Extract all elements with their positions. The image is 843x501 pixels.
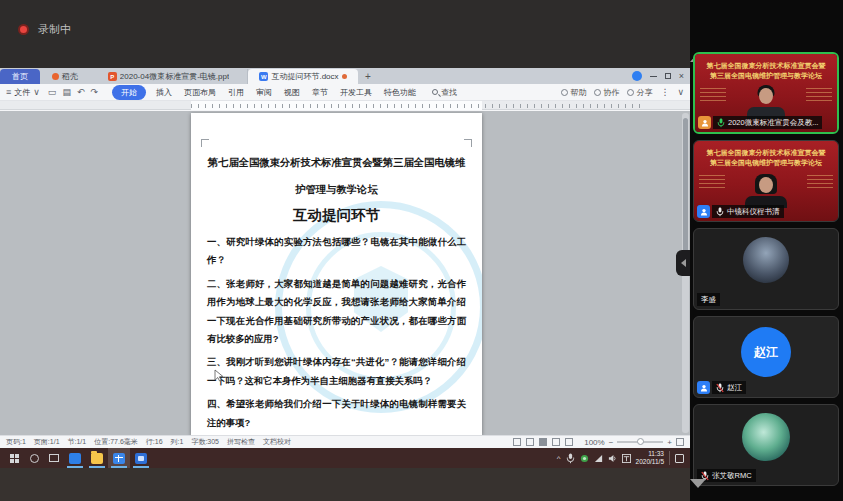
shared-screen-area: 录制中 首页 稻壳 P 2020-04微束标准宣贯-电镜.ppt W [0, 0, 690, 501]
tray-volume-icon[interactable] [608, 454, 617, 463]
save-icon[interactable]: ▭ [48, 87, 57, 97]
taskbar-app-1[interactable] [64, 448, 86, 468]
tab-ppt-document[interactable]: P 2020-04微束标准宣贯-电镜.ppt [90, 69, 248, 84]
participant-name: 赵江 [727, 383, 742, 393]
participants-sidebar: 第七届全国微束分析技术标准宣贯会暨 第三届全国电镜维护管理与教学论坛 2020微… [690, 0, 843, 501]
participant-name: 张艾敬RMC [712, 471, 752, 481]
redo-icon[interactable]: ↷ [90, 87, 98, 97]
tab-docx-label: 互动提问环节.docx [271, 71, 338, 82]
video-tile-4[interactable]: 赵江 赵江 [693, 316, 839, 398]
system-tray: ^ 11:33 2020/11/5 [557, 450, 686, 466]
account-avatar[interactable] [632, 71, 642, 81]
document-title-line2: 护管理与教学论坛 [207, 176, 466, 203]
ribbon-tab-view[interactable]: 视图 [284, 87, 300, 98]
ribbon-tab-dev-tools[interactable]: 开发工具 [340, 87, 372, 98]
participant-name: 中镜科仪程书清 [727, 207, 780, 217]
participant-name-bar: 赵江 [697, 381, 746, 394]
new-tab-button[interactable]: + [358, 69, 378, 84]
help-button[interactable]: 帮助 [561, 87, 586, 98]
scrollbar-thumb[interactable] [683, 118, 688, 268]
view-mode-icon-3[interactable] [539, 438, 547, 446]
member-badge-icon [697, 381, 710, 394]
unsaved-indicator [342, 74, 347, 79]
start-button[interactable] [4, 448, 24, 468]
undo-icon[interactable]: ↶ [77, 87, 85, 97]
scroll-down-button[interactable] [690, 488, 843, 501]
recording-label: 录制中 [38, 22, 71, 37]
folder-icon [91, 453, 103, 464]
tab-docer[interactable]: 稻壳 [40, 69, 90, 84]
share-button[interactable]: 分享 [627, 87, 652, 98]
task-view-button[interactable] [44, 448, 64, 468]
ribbon-tab-page-layout[interactable]: 页面布局 [184, 87, 216, 98]
wps-status-bar: 页码:1 页面:1/1 节:1/1 位置:77.6毫米 行:16 列:1 字数:… [0, 435, 690, 448]
ribbon-tab-review[interactable]: 审阅 [256, 87, 272, 98]
hamburger-icon: ≡ [6, 87, 11, 97]
zoom-out-button[interactable]: − [609, 438, 614, 447]
taskbar-clock[interactable]: 11:33 2020/11/5 [636, 450, 664, 466]
mouse-cursor-icon [214, 369, 225, 382]
collapse-ribbon-icon[interactable]: ∨ [677, 87, 684, 97]
ribbon-tab-special-features[interactable]: 特色功能 [384, 87, 416, 98]
ribbon-tab-start[interactable]: 开始 [112, 85, 146, 100]
tab-docer-label: 稻壳 [62, 71, 78, 82]
view-mode-icon-1[interactable] [513, 438, 521, 446]
sidebar-collapse-handle[interactable] [676, 250, 690, 276]
status-word-count[interactable]: 字数:305 [191, 437, 219, 447]
video-tile-3[interactable]: 李盛 [693, 228, 839, 310]
tab-home[interactable]: 首页 [0, 69, 40, 84]
status-page-count: 页面:1/1 [34, 437, 60, 447]
file-menu[interactable]: ≡ 文件 ∨ [6, 87, 40, 98]
document-page[interactable]: 第七届全国微束分析技术标准宣贯会暨第三届全国电镜维 护管理与教学论坛 互动提问环… [191, 113, 482, 435]
question-4: 四、希望张老师给我们介绍一下关于叶绿体的电镜制样需要关注的事项? [207, 395, 466, 432]
minimize-button[interactable] [650, 76, 657, 77]
participant-name-bar: 2020微束标准宣贯会及教... [698, 116, 822, 129]
view-mode-icon-5[interactable] [565, 438, 573, 446]
tray-mic-icon[interactable] [566, 453, 575, 464]
taskbar-app-file-explorer[interactable] [86, 448, 108, 468]
zoom-in-button[interactable]: + [667, 438, 672, 447]
more-icon[interactable]: ⋮ [660, 87, 669, 97]
video-tile-speaker[interactable]: 第七届全国微束分析技术标准宣贯会暨 第三届全国电镜维护管理与教学论坛 2020微… [693, 52, 839, 134]
document-heading: 互动提问环节 [207, 206, 466, 225]
zoom-controls: 100% − + [584, 438, 684, 447]
question-1: 一、研究叶绿体的实验方法包括哪些？电镜在其中能做什么工作？ [207, 233, 466, 270]
taskbar-app-4[interactable] [130, 448, 152, 468]
view-switcher: 100% − + [513, 438, 684, 447]
video-tile-2[interactable]: 第七届全国微束分析技术标准宣贯会暨 第三届全国电镜维护管理与教学论坛 中镜科仪程… [693, 140, 839, 222]
speaker-silhouette [744, 85, 788, 119]
participant-name: 2020微束标准宣贯会及教... [728, 118, 818, 128]
document-title-line1: 第七届全国微束分析技术标准宣贯会暨第三届全国电镜维 [207, 149, 466, 176]
close-button[interactable]: × [679, 72, 684, 81]
search-button[interactable] [24, 448, 44, 468]
cortana-icon [30, 454, 39, 463]
find-command[interactable]: 查找 [432, 87, 457, 98]
restore-button[interactable] [665, 73, 671, 79]
arrow-down-icon [690, 479, 706, 501]
status-proofread[interactable]: 文档校对 [263, 437, 291, 447]
ribbon-tab-insert[interactable]: 插入 [156, 87, 172, 98]
view-mode-icon-2[interactable] [526, 438, 534, 446]
action-center-icon[interactable] [675, 454, 684, 463]
host-badge-icon [698, 116, 711, 129]
video-tile-5[interactable]: 张艾敬RMC [693, 404, 839, 486]
view-mode-icon-4[interactable] [552, 438, 560, 446]
tray-app-icon[interactable] [580, 454, 589, 463]
ruler[interactable] [0, 101, 690, 110]
file-menu-label: 文件 [14, 87, 30, 98]
tray-chevron-up-icon[interactable]: ^ [557, 454, 561, 463]
zoom-slider-knob[interactable] [637, 438, 644, 445]
zoom-slider[interactable] [617, 441, 663, 443]
tray-ime-icon[interactable] [622, 454, 631, 463]
collaborate-button[interactable]: 协作 [594, 87, 619, 98]
task-view-icon [49, 454, 59, 462]
status-spell-check[interactable]: 拼写检查 [227, 437, 255, 447]
fit-page-icon[interactable] [676, 438, 684, 446]
ribbon-tab-section[interactable]: 章节 [312, 87, 328, 98]
tab-docx-document[interactable]: W 互动提问环节.docx [248, 69, 358, 84]
taskbar-app-active[interactable] [108, 448, 130, 468]
tray-network-icon[interactable] [594, 454, 603, 463]
print-icon[interactable]: ▤ [62, 87, 71, 97]
ribbon-tab-reference[interactable]: 引用 [228, 87, 244, 98]
windows-logo-icon [10, 454, 19, 463]
